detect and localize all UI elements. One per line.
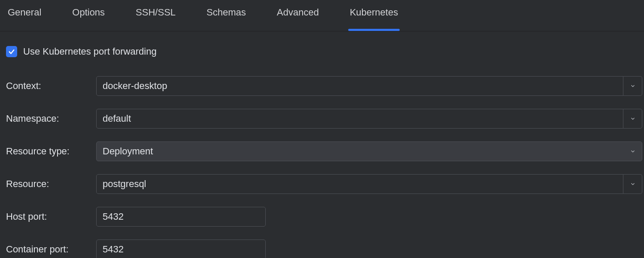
tab-sshssl[interactable]: SSH/SSL	[136, 7, 176, 25]
tab-kubernetes[interactable]: Kubernetes	[350, 7, 398, 25]
resource-type-value: Deployment	[103, 146, 153, 157]
context-input[interactable]	[96, 76, 623, 96]
namespace-label: Namespace:	[6, 113, 96, 124]
kubernetes-form: Context: Namespace: Resource type:	[6, 76, 638, 258]
chevron-down-icon	[630, 83, 636, 89]
chevron-down-icon	[630, 148, 636, 154]
container-port-label: Container port:	[6, 244, 96, 255]
chevron-down-icon	[630, 116, 636, 122]
host-port-input[interactable]	[96, 207, 266, 227]
context-dropdown-button[interactable]	[623, 76, 642, 96]
tab-bar: General Options SSH/SSL Schemas Advanced…	[0, 0, 644, 31]
resource-dropdown-button[interactable]	[623, 174, 642, 194]
context-field	[96, 76, 642, 96]
port-forwarding-checkbox[interactable]	[6, 46, 17, 57]
port-forwarding-checkbox-row: Use Kubernetes port forwarding	[6, 46, 638, 57]
chevron-down-icon	[630, 181, 636, 187]
context-label: Context:	[6, 80, 96, 92]
tab-advanced[interactable]: Advanced	[277, 7, 319, 25]
resource-type-label: Resource type:	[6, 146, 96, 157]
checkmark-icon	[8, 48, 15, 55]
tab-general[interactable]: General	[8, 7, 41, 25]
port-forwarding-label: Use Kubernetes port forwarding	[23, 46, 157, 57]
namespace-input[interactable]	[96, 109, 623, 129]
namespace-dropdown-button[interactable]	[623, 109, 642, 129]
host-port-label: Host port:	[6, 211, 96, 222]
kubernetes-panel: Use Kubernetes port forwarding Context: …	[0, 31, 644, 258]
resource-type-select[interactable]: Deployment	[96, 141, 642, 161]
resource-label: Resource:	[6, 178, 96, 190]
tab-schemas[interactable]: Schemas	[207, 7, 246, 25]
namespace-field	[96, 109, 642, 129]
container-port-input[interactable]	[96, 240, 266, 258]
tab-options[interactable]: Options	[72, 7, 105, 25]
resource-field	[96, 174, 642, 194]
resource-input[interactable]	[96, 174, 623, 194]
